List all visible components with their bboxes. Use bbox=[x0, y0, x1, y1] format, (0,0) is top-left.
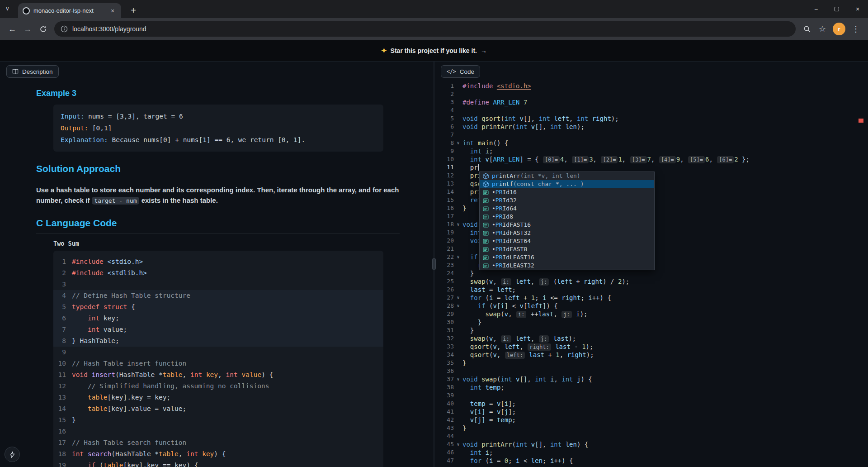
fold-chevron-icon[interactable]: ∨ bbox=[454, 139, 462, 147]
editor-line-number[interactable]: 43 bbox=[434, 424, 454, 432]
editor-line[interactable]: 8∨int main() { bbox=[434, 139, 868, 147]
editor-line-number[interactable]: 9 bbox=[434, 147, 454, 155]
editor-line[interactable]: 32 swap(v, i: left, j: last); bbox=[434, 334, 868, 343]
editor-line-number[interactable]: 40 bbox=[434, 400, 454, 408]
editor-line-number[interactable]: 38 bbox=[434, 383, 454, 391]
tab-code[interactable]: </> Code bbox=[441, 65, 480, 78]
browser-tab[interactable]: monaco-editor-lsp-next × bbox=[18, 3, 121, 18]
editor-line-number[interactable]: 1 bbox=[434, 82, 454, 90]
editor-line-number[interactable]: 19 bbox=[434, 229, 454, 237]
suggestion-item[interactable]: printArr(int *v, int len) bbox=[480, 172, 654, 180]
fold-chevron-icon[interactable]: ∨ bbox=[454, 375, 462, 383]
editor-line[interactable]: 33 qsort(v, left, right: last - 1); bbox=[434, 343, 868, 351]
quick-actions-button[interactable] bbox=[5, 447, 20, 462]
suggestion-item[interactable]: •PRId64 bbox=[480, 205, 654, 213]
editor-line[interactable]: 25 swap(v, i: left, j: (left + right) / … bbox=[434, 277, 868, 286]
suggestion-item[interactable]: •PRIdFAST32 bbox=[480, 229, 654, 237]
editor-line-number[interactable]: 45 bbox=[434, 440, 454, 448]
resize-handle[interactable] bbox=[432, 258, 436, 270]
profile-avatar[interactable]: r bbox=[833, 23, 845, 35]
tab-close-icon[interactable]: × bbox=[108, 7, 117, 14]
editor-line-number[interactable]: 44 bbox=[434, 432, 454, 440]
editor-line-number[interactable]: 28 bbox=[434, 302, 454, 310]
fold-chevron-icon[interactable]: ∨ bbox=[454, 440, 462, 448]
editor-line[interactable]: 39 bbox=[434, 391, 868, 400]
editor-line[interactable]: 41 v[i] = v[j]; bbox=[434, 408, 868, 416]
editor-line-number[interactable]: 47 bbox=[434, 457, 454, 465]
editor-line-number[interactable]: 10 bbox=[434, 155, 454, 163]
editor-line-number[interactable]: 36 bbox=[434, 367, 454, 375]
editor-line-number[interactable]: 39 bbox=[434, 391, 454, 400]
editor-line-number[interactable]: 41 bbox=[434, 408, 454, 416]
editor-line[interactable]: 5void qsort(int v[], int left, int right… bbox=[434, 114, 868, 123]
editor-line-number[interactable]: 24 bbox=[434, 269, 454, 277]
editor-line-number[interactable]: 12 bbox=[434, 172, 454, 180]
tab-description[interactable]: Description bbox=[6, 65, 59, 78]
suggestion-item[interactable]: •PRId32 bbox=[480, 196, 654, 205]
editor-line[interactable]: 28∨ if (v[i] < v[left]) { bbox=[434, 302, 868, 310]
editor-line-number[interactable]: 33 bbox=[434, 343, 454, 351]
editor-line-number[interactable]: 26 bbox=[434, 286, 454, 294]
editor-line[interactable]: 46 int i; bbox=[434, 448, 868, 457]
editor-line-number[interactable]: 15 bbox=[434, 196, 454, 204]
editor-line-number[interactable]: 42 bbox=[434, 416, 454, 424]
suggestion-item[interactable]: •PRIdFAST16 bbox=[480, 221, 654, 229]
editor-line[interactable]: 1#include <stdio.h> bbox=[434, 82, 868, 90]
suggestion-item[interactable]: •PRId8 bbox=[480, 213, 654, 221]
editor-line[interactable]: 43} bbox=[434, 424, 868, 432]
forward-button[interactable]: → bbox=[20, 21, 35, 37]
editor-line-number[interactable]: 14 bbox=[434, 188, 454, 196]
search-lens-button[interactable] bbox=[799, 21, 815, 37]
editor-line-number[interactable]: 21 bbox=[434, 245, 454, 253]
editor-line-number[interactable]: 18 bbox=[434, 220, 454, 229]
editor-line[interactable]: 42 v[j] = temp; bbox=[434, 416, 868, 424]
editor-line[interactable]: 44 bbox=[434, 432, 868, 440]
fold-chevron-icon[interactable]: ∨ bbox=[454, 302, 462, 310]
editor-line-number[interactable]: 27 bbox=[434, 294, 454, 302]
editor-line[interactable]: 30 } bbox=[434, 318, 868, 326]
back-button[interactable]: ← bbox=[5, 21, 20, 37]
editor-line[interactable]: 34 qsort(v, left: last + 1, right); bbox=[434, 351, 868, 359]
pane-resize-divider[interactable] bbox=[434, 62, 434, 467]
editor-line[interactable]: 31 } bbox=[434, 326, 868, 334]
editor-line[interactable]: 37∨void swap(int v[], int i, int j) { bbox=[434, 375, 868, 383]
editor-line-number[interactable]: 7 bbox=[434, 131, 454, 139]
editor-line-number[interactable]: 3 bbox=[434, 98, 454, 106]
site-info-icon[interactable] bbox=[61, 25, 68, 33]
editor-line[interactable]: 35} bbox=[434, 359, 868, 367]
suggestion-item[interactable]: •PRIdLEAST16 bbox=[480, 253, 654, 262]
editor-line[interactable]: 36 bbox=[434, 367, 868, 375]
editor-line[interactable]: 38 int temp; bbox=[434, 383, 868, 391]
address-bar[interactable]: localhost:3000/playground bbox=[54, 21, 796, 37]
maximize-button[interactable] bbox=[826, 0, 847, 18]
editor-line-number[interactable]: 17 bbox=[434, 212, 454, 220]
url-text[interactable]: localhost:3000/playground bbox=[72, 25, 146, 33]
editor-line-number[interactable]: 30 bbox=[434, 318, 454, 326]
minimize-button[interactable]: − bbox=[806, 0, 826, 18]
fold-chevron-icon[interactable]: ∨ bbox=[454, 253, 462, 261]
editor-line-number[interactable]: 31 bbox=[434, 326, 454, 334]
suggestion-item[interactable]: •PRIdLEAST32 bbox=[480, 262, 654, 270]
editor-line[interactable]: 47 for (i = 0; i < len; i++) { bbox=[434, 457, 868, 465]
editor-line-number[interactable]: 29 bbox=[434, 310, 454, 318]
editor-line[interactable]: 26 last = left; bbox=[434, 286, 868, 294]
editor-line[interactable]: 29 swap(v, i: ++last, j: i); bbox=[434, 310, 868, 318]
editor-line[interactable]: 6void printArr(int v[], int len); bbox=[434, 123, 868, 131]
editor-line-number[interactable]: 37 bbox=[434, 375, 454, 383]
editor-line-number[interactable]: 2 bbox=[434, 90, 454, 98]
editor-line-number[interactable]: 16 bbox=[434, 204, 454, 212]
bookmark-star-button[interactable]: ☆ bbox=[815, 21, 830, 37]
editor-line[interactable]: 24 } bbox=[434, 269, 868, 277]
editor-line[interactable]: 27∨ for (i = left + 1; i <= right; i++) … bbox=[434, 294, 868, 302]
editor-line[interactable]: 7 bbox=[434, 131, 868, 139]
editor-line[interactable]: 3#define ARR_LEN 7 bbox=[434, 98, 868, 106]
editor-line-number[interactable]: 32 bbox=[434, 334, 454, 343]
editor-line[interactable]: 11 pr bbox=[434, 163, 868, 172]
editor-line-number[interactable]: 20 bbox=[434, 237, 454, 245]
editor-line-number[interactable]: 11 bbox=[434, 163, 454, 172]
editor-line-number[interactable]: 46 bbox=[434, 448, 454, 457]
fold-chevron-icon[interactable]: ∨ bbox=[454, 294, 462, 302]
suggestion-item[interactable]: •PRId16 bbox=[480, 188, 654, 196]
editor-line[interactable]: 10 int v[ARR_LEN] = { [0]=4, [1]=3, [2]=… bbox=[434, 155, 868, 163]
editor-line-number[interactable]: 25 bbox=[434, 277, 454, 286]
